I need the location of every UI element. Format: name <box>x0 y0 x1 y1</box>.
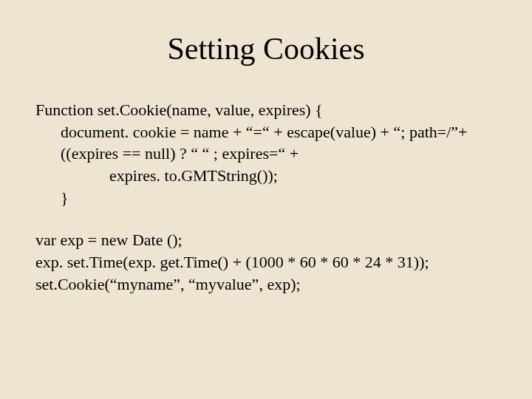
usage-line-1: var exp = new Date (); <box>35 229 497 251</box>
spacer <box>35 208 497 229</box>
slide-title: Setting Cookies <box>35 31 497 66</box>
usage-line-3: set.Cookie(“myname”, “myvalue”, exp); <box>35 273 497 296</box>
slide-body: Function set.Cookie(name, value, expires… <box>35 99 497 296</box>
code-line-1: document. cookie = name + “=“ + escape(v… <box>35 121 497 143</box>
code-fn-decl: Function set.Cookie(name, value, expires… <box>35 99 497 121</box>
slide: Setting Cookies Function set.Cookie(name… <box>0 0 532 399</box>
code-line-3: expires. to.GMTString()); <box>35 165 497 187</box>
usage-line-2: exp. set.Time(exp. get.Time() + (1000 * … <box>35 251 497 273</box>
code-line-2: ((expires == null) ? “ “ ; expires=“ + <box>35 143 497 165</box>
code-close: } <box>35 187 497 209</box>
